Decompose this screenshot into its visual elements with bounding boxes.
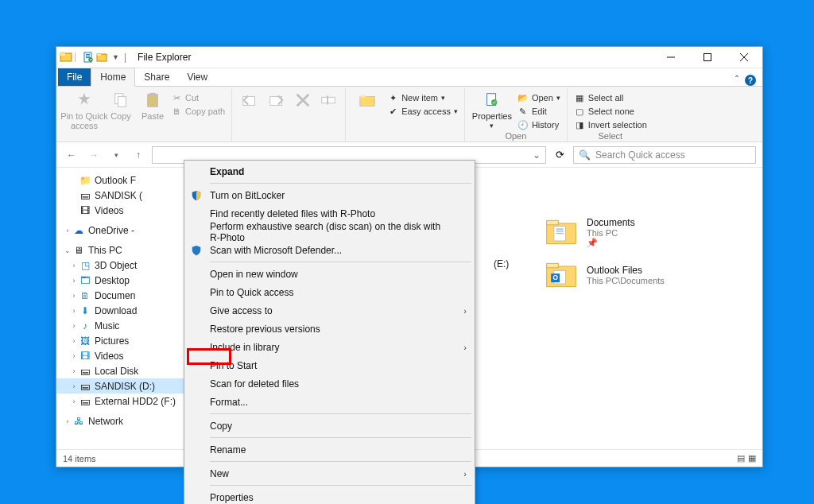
menu-rename[interactable]: Rename	[186, 440, 473, 459]
menu-pin-quick-access[interactable]: Pin to Quick access	[186, 283, 473, 301]
tab-file[interactable]: File	[58, 68, 91, 86]
copy-path-icon: 🗎	[171, 106, 182, 117]
qat-divider: |	[121, 52, 130, 63]
menu-give-access[interactable]: Give access to›	[186, 301, 473, 320]
videos-icon: 🎞	[79, 204, 91, 217]
usb-drive-icon: 🖴	[79, 380, 91, 393]
tab-share[interactable]: Share	[135, 68, 178, 86]
large-icons-view-icon[interactable]: ▦	[748, 453, 756, 463]
select-none-button[interactable]: ▢ Select none	[572, 105, 649, 118]
menu-defender[interactable]: Scan with Microsoft Defender...	[186, 241, 473, 259]
history-button[interactable]: 🕘 History	[516, 118, 562, 131]
minimize-button[interactable]	[653, 47, 689, 68]
svg-rect-26	[547, 220, 559, 225]
videos-icon: 🎞	[79, 350, 91, 362]
pin-to-quick-access-button[interactable]: Pin to Quick access	[64, 90, 104, 130]
tab-view[interactable]: View	[178, 68, 216, 86]
window-title: File Explorer	[138, 52, 191, 63]
maximize-button[interactable]	[689, 47, 726, 68]
details-view-icon[interactable]: ▤	[737, 453, 745, 463]
chevron-right-icon: ›	[463, 306, 467, 316]
open-icon: 📂	[517, 92, 529, 103]
delete-button[interactable]	[291, 90, 315, 111]
file-card-outlook-files[interactable]: O Outlook Files This PC\Documents	[541, 255, 756, 295]
file-explorer-window: | ▼ | File Explorer File Home Sh	[56, 46, 763, 467]
svg-rect-14	[118, 96, 126, 107]
select-none-icon: ▢	[574, 106, 585, 117]
move-to-button[interactable]	[237, 90, 262, 111]
cut-button[interactable]: ✂ Cut	[169, 91, 227, 104]
ribbon: Pin to Quick access Copy Paste ✂ Cut	[56, 87, 762, 142]
refresh-button[interactable]: ⟳	[551, 146, 568, 164]
defender-icon	[189, 243, 204, 258]
forward-button[interactable]: →	[85, 146, 103, 164]
properties-button[interactable]: Properties ▾	[470, 90, 514, 130]
copy-button[interactable]: Copy	[106, 90, 136, 121]
drive-icon: 🖴	[79, 365, 91, 378]
invert-selection-button[interactable]: ◨ Invert selection	[572, 118, 649, 131]
menu-include-library[interactable]: Include in library›	[186, 338, 473, 356]
drive-label-fragment: (E:)	[494, 258, 509, 269]
app-icon	[60, 51, 72, 64]
ribbon-tabs: File Home Share View ˆ ?	[56, 68, 762, 87]
network-icon: 🖧	[72, 415, 85, 428]
menu-properties[interactable]: Properties	[186, 488, 473, 504]
onedrive-icon: ☁	[72, 224, 85, 237]
menu-new-window[interactable]: Open in new window	[186, 265, 473, 283]
drive-icon: 🖴	[79, 395, 91, 408]
select-all-icon: ▦	[574, 92, 585, 103]
copy-path-button[interactable]: 🗎 Copy path	[169, 105, 227, 118]
menu-copy[interactable]: Copy	[186, 417, 473, 435]
item-count: 14 items	[63, 454, 96, 463]
drive-icon: 🖴	[79, 189, 91, 202]
open-button[interactable]: 📂 Open ▾	[516, 91, 562, 104]
svg-rect-16	[149, 93, 155, 96]
file-card-documents[interactable]: Documents This PC 📌	[541, 212, 756, 252]
invert-icon: ◨	[574, 119, 585, 130]
copy-to-button[interactable]	[264, 90, 289, 111]
quick-access-toolbar: | ▼ |	[56, 47, 133, 68]
svg-rect-21	[360, 96, 374, 106]
svg-rect-32	[547, 263, 559, 268]
up-button[interactable]: ↑	[130, 146, 147, 164]
menu-pin-start[interactable]: Pin to Start	[186, 356, 473, 374]
easy-access-icon: ✔	[387, 106, 398, 117]
easy-access-button[interactable]: ✔ Easy access ▾	[386, 105, 459, 118]
search-box[interactable]: 🔍 Search Quick access	[573, 146, 756, 164]
qat-properties-icon[interactable]	[82, 51, 95, 64]
paste-button[interactable]: Paste	[138, 90, 168, 121]
new-item-button[interactable]: ✦ New item ▾	[386, 91, 459, 104]
svg-rect-4	[86, 56, 90, 56]
qat-dropdown-icon[interactable]: ▼	[110, 53, 119, 61]
pin-icon: 📌	[587, 238, 635, 248]
new-folder-button[interactable]	[351, 90, 384, 111]
menu-format[interactable]: Format...	[186, 393, 473, 411]
rename-button[interactable]	[316, 90, 340, 111]
menu-scan-deleted[interactable]: Scan for deleted files	[186, 374, 473, 393]
documents-icon: 🗎	[79, 289, 91, 302]
svg-text:O: O	[552, 274, 558, 281]
qat-newfolder-icon[interactable]	[96, 51, 109, 64]
edit-icon: ✎	[517, 106, 529, 117]
menu-expand[interactable]: Expand	[186, 162, 473, 180]
collapse-ribbon-icon[interactable]: ˆ	[735, 75, 738, 86]
select-group-label: Select	[572, 131, 649, 142]
menu-rphoto-scan[interactable]: Perform exhaustive search (disc scan) on…	[186, 223, 473, 241]
help-icon[interactable]: ?	[745, 75, 756, 86]
close-button[interactable]	[726, 47, 762, 68]
svg-rect-3	[86, 54, 90, 55]
tab-home[interactable]: Home	[91, 68, 135, 87]
window-buttons	[653, 47, 762, 68]
folder-outlook-icon: O	[544, 258, 579, 293]
address-dropdown-icon[interactable]: ⌄	[533, 149, 541, 161]
scissors-icon: ✂	[171, 92, 182, 103]
select-all-button[interactable]: ▦ Select all	[572, 91, 649, 104]
back-button[interactable]: ←	[63, 146, 80, 164]
open-group-label: Open	[470, 131, 562, 142]
menu-new[interactable]: New›	[186, 464, 473, 483]
menu-restore-versions[interactable]: Restore previous versions	[186, 320, 473, 338]
menu-bitlocker[interactable]: Turn on BitLocker	[186, 186, 473, 204]
folder-icon: 📁	[79, 174, 91, 187]
recent-locations-button[interactable]: ▾	[107, 146, 125, 164]
edit-button[interactable]: ✎ Edit	[516, 105, 562, 118]
